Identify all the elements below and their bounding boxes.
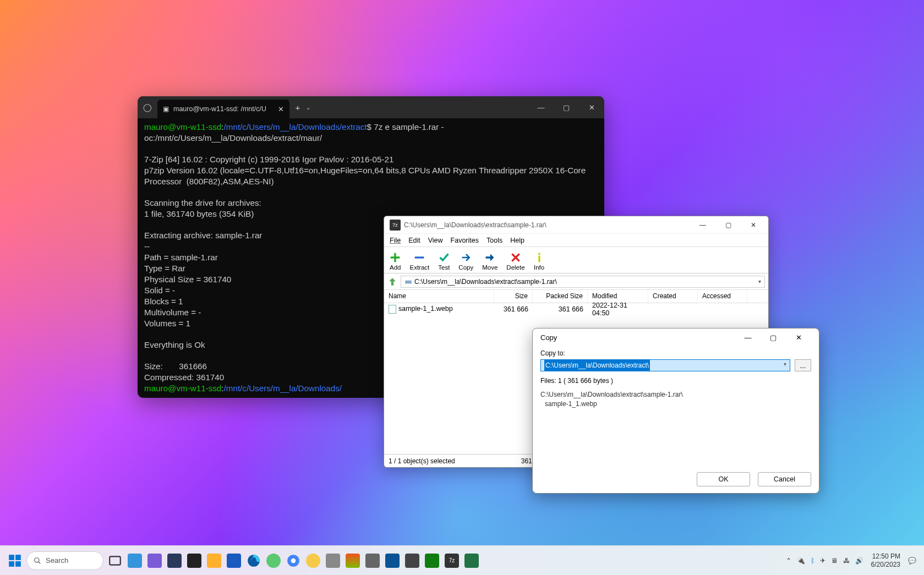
- toolbar: Add Extract Test Copy Move Delete Info: [384, 247, 768, 273]
- source-file: sample-1_1.webp: [540, 399, 811, 409]
- taskbar-app-icon[interactable]: [146, 552, 163, 569]
- delete-button[interactable]: Delete: [506, 252, 524, 271]
- bluetooth-icon[interactable]: ᛒ: [811, 557, 814, 565]
- file-packed: 361 666: [533, 305, 588, 313]
- network-icon[interactable]: 🖧: [843, 557, 850, 565]
- list-item[interactable]: sample-1_1.webp 361 666 361 666 2022-12-…: [384, 303, 768, 315]
- col-size[interactable]: Size: [494, 290, 533, 303]
- menu-tools[interactable]: Tools: [486, 237, 502, 244]
- menu-edit[interactable]: Edit: [408, 237, 420, 244]
- volume-icon[interactable]: 🔊: [855, 557, 863, 565]
- minimize-button[interactable]: —: [690, 216, 715, 234]
- prompt-path: /mnt/c/Users/m__la/Downloads/: [224, 384, 342, 393]
- task-view-icon[interactable]: [107, 552, 123, 569]
- status-selection: 1 / 1 object(s) selected: [389, 457, 455, 465]
- svg-rect-3: [405, 280, 412, 283]
- taskbar-app-icon[interactable]: [265, 552, 282, 569]
- svg-rect-1: [538, 253, 540, 254]
- explorer-icon[interactable]: [206, 552, 222, 569]
- output-line: Type = Rar: [144, 264, 185, 273]
- svg-rect-4: [9, 555, 14, 560]
- chrome-icon[interactable]: [285, 552, 302, 569]
- taskbar-app-icon[interactable]: [166, 552, 183, 569]
- start-button[interactable]: [7, 552, 23, 569]
- minimize-button[interactable]: —: [735, 328, 761, 346]
- file-size: 361 666: [494, 305, 533, 313]
- col-created[interactable]: Created: [648, 290, 698, 303]
- taskbar-app-icon[interactable]: [325, 552, 341, 569]
- copy-button[interactable]: Copy: [458, 252, 473, 271]
- arrow-right-icon: [484, 252, 495, 263]
- maximize-button[interactable]: ▢: [715, 216, 741, 234]
- tray-chevron-icon[interactable]: ⌃: [786, 557, 791, 565]
- taskbar-app-icon[interactable]: [345, 552, 361, 569]
- destination-input[interactable]: C:\Users\m__la\Downloads\extract\: [540, 359, 790, 371]
- sevenzip-taskbar-icon[interactable]: 7z: [444, 552, 460, 569]
- output-line: Scanning the drive for archives:: [144, 198, 261, 207]
- prompt-user: mauro@vm-w11-ssd: [144, 384, 221, 393]
- add-button[interactable]: Add: [390, 252, 401, 271]
- clock[interactable]: 12:50 PM 6/20/2023: [871, 552, 900, 568]
- svg-rect-6: [9, 561, 14, 567]
- menu-view[interactable]: View: [428, 237, 443, 244]
- output-line: p7zip Version 16.02 (locale=C.UTF-8,Utf1…: [144, 166, 588, 186]
- prompt-user: mauro@vm-w11-ssd: [144, 122, 221, 132]
- taskbar-app-icon[interactable]: [127, 552, 143, 569]
- col-modified[interactable]: Modified: [588, 290, 648, 303]
- display-icon[interactable]: 🖥: [831, 557, 838, 565]
- browse-button[interactable]: ...: [795, 359, 811, 371]
- menubar: File Edit View Favorites Tools Help: [384, 234, 768, 247]
- close-icon[interactable]: ✕: [278, 105, 284, 113]
- dialog-titlebar[interactable]: Copy — ▢ ✕: [533, 328, 819, 346]
- maximize-button[interactable]: ▢: [761, 328, 786, 346]
- terminal-titlebar[interactable]: ◯ ▣ mauro@vm-w11-ssd: /mnt/c/U ✕ + ⌄ — ▢…: [138, 96, 604, 118]
- terminal-tab[interactable]: ▣ mauro@vm-w11-ssd: /mnt/c/U ✕: [157, 100, 289, 118]
- extract-button[interactable]: Extract: [409, 252, 429, 271]
- sevenzip-titlebar[interactable]: 7z C:\Users\m__la\Downloads\extract\samp…: [384, 216, 768, 234]
- location-icon[interactable]: ✈: [820, 557, 825, 565]
- taskbar-app-icon[interactable]: [463, 552, 480, 569]
- col-accessed[interactable]: Accessed: [698, 290, 747, 303]
- close-button[interactable]: ✕: [741, 216, 766, 234]
- ok-button[interactable]: OK: [697, 472, 750, 486]
- notifications-icon[interactable]: 💬: [908, 557, 916, 565]
- taskbar-app-icon[interactable]: [364, 552, 381, 569]
- path-input[interactable]: C:\Users\m__la\Downloads\extract\sample-…: [401, 276, 765, 288]
- taskbar-app-icon[interactable]: [424, 552, 440, 569]
- taskbar-app-icon[interactable]: [305, 552, 321, 569]
- menu-help[interactable]: Help: [510, 237, 524, 244]
- test-button[interactable]: Test: [438, 252, 450, 271]
- col-packed[interactable]: Packed Size: [533, 290, 588, 303]
- prompt-path: /mnt/c/Users/m__la/Downloads/extract: [224, 122, 367, 132]
- terminal-taskbar-icon[interactable]: [186, 552, 203, 569]
- search-placeholder: Search: [46, 556, 68, 565]
- minimize-button[interactable]: —: [528, 96, 554, 118]
- up-folder-icon[interactable]: [387, 277, 397, 287]
- move-button[interactable]: Move: [482, 252, 497, 271]
- time-text: 12:50 PM: [871, 552, 900, 560]
- maximize-button[interactable]: ▢: [554, 96, 579, 118]
- close-button[interactable]: ✕: [786, 328, 811, 346]
- drive-icon: [404, 278, 412, 286]
- output-line: Volumes = 1: [144, 319, 190, 328]
- output-line: Size: 361666: [144, 362, 207, 371]
- svg-rect-2: [538, 255, 540, 262]
- cancel-button[interactable]: Cancel: [758, 472, 811, 486]
- menu-favorites[interactable]: Favorites: [451, 237, 479, 244]
- search-box[interactable]: Search: [26, 551, 103, 570]
- menu-file[interactable]: File: [390, 237, 401, 244]
- edge-icon[interactable]: [245, 552, 262, 569]
- output-line: Compressed: 361740: [144, 373, 224, 382]
- taskbar-app-icon[interactable]: [404, 552, 420, 569]
- taskbar-app-icon[interactable]: [226, 552, 242, 569]
- close-button[interactable]: ✕: [579, 96, 604, 118]
- tab-dropdown-button[interactable]: ⌄: [306, 105, 319, 111]
- window-title: C:\Users\m__la\Downloads\extract\sample-…: [404, 221, 546, 229]
- output-line: 7-Zip [64] 16.02 : Copyright (c) 1999-20…: [144, 155, 393, 164]
- output-line: Multivolume = -: [144, 308, 201, 317]
- usb-icon[interactable]: 🔌: [797, 557, 805, 565]
- info-button[interactable]: Info: [534, 252, 545, 271]
- taskbar-app-icon[interactable]: [384, 552, 401, 569]
- col-name[interactable]: Name: [384, 290, 494, 303]
- new-tab-button[interactable]: +: [289, 103, 306, 112]
